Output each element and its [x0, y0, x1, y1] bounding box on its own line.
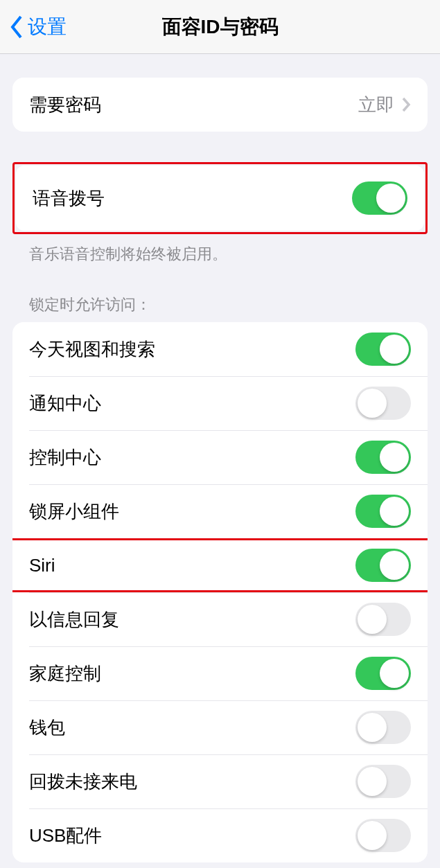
- lock-access-row: 以信息回复: [12, 592, 428, 646]
- lock-access-toggle[interactable]: [355, 657, 411, 690]
- lock-access-toggle[interactable]: [355, 603, 411, 636]
- lock-access-label: 控制中心: [29, 445, 355, 470]
- lock-access-row: 钱包: [12, 700, 428, 754]
- lock-access-label: 回拨未接来电: [29, 770, 355, 794]
- lock-access-label: 钱包: [29, 716, 355, 740]
- lock-access-header: 锁定时允许访问：: [12, 294, 428, 322]
- lock-access-row: 家庭控制: [12, 646, 428, 700]
- lock-access-label: USB配件: [29, 824, 355, 848]
- lock-access-label: 以信息回复: [29, 608, 355, 632]
- lock-access-group: 今天视图和搜索通知中心控制中心锁屏小组件Siri以信息回复家庭控制钱包回拨未接来…: [12, 322, 428, 862]
- lock-access-toggle[interactable]: [355, 333, 411, 366]
- back-button[interactable]: 设置: [0, 14, 67, 40]
- lock-access-toggle[interactable]: [355, 819, 411, 852]
- lock-access-row: USB配件: [12, 808, 428, 862]
- voice-dial-footer: 音乐语音控制将始终被启用。: [12, 234, 428, 265]
- lock-access-toggle[interactable]: [355, 711, 411, 744]
- voice-dial-row: 语音拨号: [16, 166, 424, 231]
- chevron-right-icon: [401, 96, 411, 113]
- back-label: 设置: [28, 14, 67, 40]
- lock-access-row: Siri: [12, 538, 428, 592]
- require-passcode-row[interactable]: 需要密码 立即: [12, 78, 428, 132]
- lock-access-row: 回拨未接来电: [12, 754, 428, 808]
- lock-access-row: 锁屏小组件: [12, 484, 428, 538]
- lock-access-toggle[interactable]: [355, 549, 411, 582]
- chevron-left-icon: [8, 14, 24, 40]
- lock-access-footer: iPhone锁定超过一小时后，需先解锁iPhone才能允许USB配件连接。: [12, 862, 428, 868]
- lock-access-row: 今天视图和搜索: [12, 322, 428, 376]
- lock-access-toggle[interactable]: [355, 387, 411, 420]
- lock-access-label: 家庭控制: [29, 662, 355, 686]
- lock-access-label: 通知中心: [29, 391, 355, 416]
- require-passcode-value: 立即: [358, 93, 394, 117]
- lock-access-label: Siri: [29, 555, 355, 576]
- voice-dial-highlight: 语音拨号: [12, 162, 428, 234]
- lock-access-toggle[interactable]: [355, 495, 411, 528]
- voice-dial-group: 语音拨号: [16, 166, 424, 231]
- navigation-bar: 设置 面容ID与密码: [0, 0, 440, 54]
- lock-access-label: 锁屏小组件: [29, 499, 355, 524]
- require-passcode-label: 需要密码: [29, 93, 358, 117]
- lock-access-row: 控制中心: [12, 430, 428, 484]
- lock-access-toggle[interactable]: [355, 765, 411, 798]
- lock-access-label: 今天视图和搜索: [29, 337, 355, 362]
- voice-dial-toggle[interactable]: [352, 181, 407, 215]
- lock-access-row: 通知中心: [12, 376, 428, 430]
- voice-dial-label: 语音拨号: [33, 186, 352, 211]
- require-passcode-group: 需要密码 立即: [12, 78, 428, 132]
- lock-access-toggle[interactable]: [355, 441, 411, 474]
